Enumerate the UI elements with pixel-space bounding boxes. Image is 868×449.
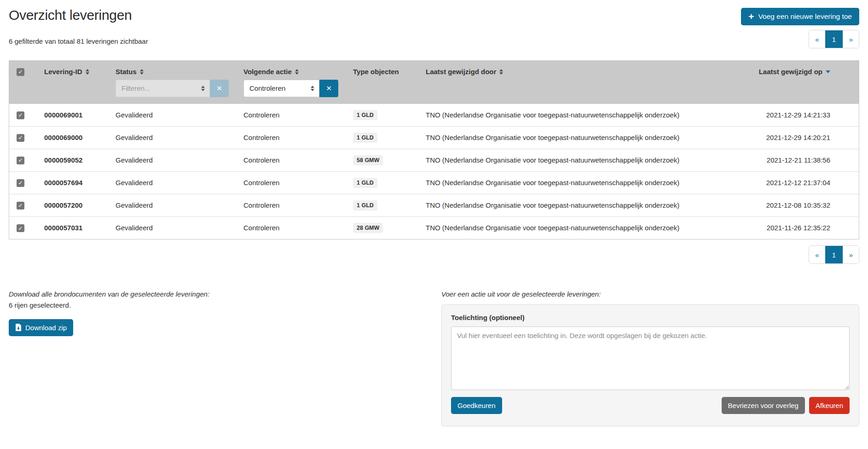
table-row: ✓ 0000057694 Gevalideerd Controleren 1 G… [9, 171, 859, 194]
toelichting-label: Toelichting (optioneel) [451, 314, 850, 321]
pagination-prev-button[interactable]: « [809, 30, 825, 48]
cell-gewijzigd-op: 2021-12-12 21:37:04 [707, 171, 859, 194]
top-bar: Overzicht leveringen + Voeg een nieuwe l… [9, 0, 859, 25]
sort-icon [86, 69, 89, 75]
pagination-top: « 1 » [809, 30, 859, 48]
sort-icon [499, 69, 503, 75]
cell-levering-id: 0000069000 [37, 126, 108, 149]
row-checkbox[interactable]: ✓ [17, 134, 24, 142]
cell-volgende-actie: Controleren [236, 104, 346, 126]
volgende-actie-filter-cell: Controleren ✕ [236, 77, 346, 104]
header-levering-id-label: Levering-ID [44, 68, 82, 76]
bottom-pagination-row: « 1 » [9, 245, 859, 264]
filter-summary: 6 gefilterde van totaal 81 leveringen zi… [9, 37, 148, 48]
download-zip-button-label: Download zip [25, 324, 67, 332]
add-delivery-button[interactable]: + Voeg een nieuwe levering toe [741, 8, 859, 25]
status-filter-clear-button[interactable]: ✕ [210, 80, 229, 97]
row-checkbox[interactable]: ✓ [17, 179, 24, 187]
header-levering-id[interactable]: Levering-ID [37, 61, 108, 77]
table-body: ✓ 0000069001 Gevalideerd Controleren 1 G… [9, 104, 859, 239]
header-volgende-actie[interactable]: Volgende actie [236, 61, 346, 77]
row-checkbox[interactable]: ✓ [17, 111, 24, 119]
cell-volgende-actie: Controleren [236, 126, 346, 149]
deliveries-table: ✓ Levering-ID Status Volgende actie Type… [9, 60, 859, 239]
cell-levering-id: 0000057694 [37, 171, 108, 194]
cell-status: Gevalideerd [108, 171, 236, 194]
type-objecten-badge: 28 GMW [353, 223, 383, 233]
cell-gewijzigd-op: 2021-11-26 12:35:22 [707, 216, 859, 239]
cell-volgende-actie: Controleren [236, 171, 346, 194]
add-delivery-button-label: Voeg een nieuwe levering toe [758, 12, 852, 21]
header-laatst-gewijzigd-door-label: Laatst gewijzigd door [426, 68, 496, 76]
freeze-button[interactable]: Bevriezen voor overleg [722, 397, 805, 414]
table-row: ✓ 0000057031 Gevalideerd Controleren 28 … [9, 216, 859, 239]
download-instruction: Download alle brondocumenten van de gese… [9, 290, 428, 298]
toelichting-textarea[interactable] [451, 327, 850, 390]
header-laatst-gewijzigd-door[interactable]: Laatst gewijzigd door [418, 61, 707, 77]
action-panel: Toelichting (optioneel) Goedkeuren Bevri… [441, 304, 859, 426]
volgende-actie-filter-clear-button[interactable]: ✕ [319, 80, 338, 97]
sort-icon [140, 69, 144, 75]
type-objecten-badge: 1 GLD [353, 200, 377, 210]
pagination-page-1-button[interactable]: 1 [825, 246, 843, 263]
cell-gewijzigd-op: 2021-12-21 11:38:56 [707, 149, 859, 171]
select-caret-icon [201, 86, 205, 91]
row-checkbox[interactable]: ✓ [17, 224, 24, 232]
cell-gewijzigd-door: TNO (Nederlandse Organisatie voor toegep… [418, 104, 707, 126]
pagination-next-button[interactable]: » [843, 246, 859, 263]
cell-status: Gevalideerd [108, 149, 236, 171]
action-section: Voer een actie uit voor de geselecteerde… [441, 290, 859, 426]
sort-desc-icon [826, 70, 830, 73]
cell-volgende-actie: Controleren [236, 216, 346, 239]
header-volgende-actie-label: Volgende actie [243, 68, 292, 76]
pagination-prev-button[interactable]: « [809, 246, 825, 263]
cell-gewijzigd-door: TNO (Nederlandse Organisatie voor toegep… [418, 216, 707, 239]
cell-volgende-actie: Controleren [236, 149, 346, 171]
type-objecten-badge: 1 GLD [353, 110, 377, 120]
select-all-checkbox[interactable]: ✓ [17, 68, 24, 76]
pagination-page-1-button[interactable]: 1 [825, 30, 843, 48]
volgende-actie-filter-value: Controleren [249, 84, 285, 92]
row-checkbox[interactable]: ✓ [17, 157, 24, 164]
header-type-objecten-label: Type objecten [353, 68, 399, 76]
cell-gewijzigd-door: TNO (Nederlandse Organisatie voor toegep… [418, 171, 707, 194]
row-checkbox[interactable]: ✓ [17, 202, 24, 210]
cell-status: Gevalideerd [108, 216, 236, 239]
select-all-header: ✓ [9, 61, 37, 77]
cell-levering-id: 0000057031 [37, 216, 108, 239]
meta-row: 6 gefilterde van totaal 81 leveringen zi… [9, 30, 859, 48]
download-zip-icon [15, 324, 22, 332]
header-status[interactable]: Status [108, 61, 236, 77]
status-filter-select[interactable]: Filteren... [116, 80, 210, 97]
table-row: ✓ 0000057200 Gevalideerd Controleren 1 G… [9, 194, 859, 216]
table-row: ✓ 0000069000 Gevalideerd Controleren 1 G… [9, 126, 859, 149]
download-section: Download alle brondocumenten van de gese… [9, 290, 441, 336]
cell-gewijzigd-door: TNO (Nederlandse Organisatie voor toegep… [418, 194, 707, 216]
plus-icon: + [748, 12, 754, 21]
type-objecten-badge: 1 GLD [353, 133, 377, 143]
selected-count: 6 rijen geselecteerd. [9, 301, 428, 309]
cell-levering-id: 0000059052 [37, 149, 108, 171]
action-instruction: Voer een actie uit voor de geselecteerde… [441, 290, 859, 298]
cell-status: Gevalideerd [108, 126, 236, 149]
status-filter-cell: Filteren... ✕ [108, 77, 236, 104]
type-objecten-badge: 1 GLD [353, 178, 377, 188]
reject-button[interactable]: Afkeuren [809, 397, 850, 414]
download-zip-button[interactable]: Download zip [9, 319, 73, 336]
cell-status: Gevalideerd [108, 194, 236, 216]
table-row: ✓ 0000059052 Gevalideerd Controleren 58 … [9, 149, 859, 171]
pagination-bottom: « 1 » [809, 245, 859, 264]
approve-button[interactable]: Goedkeuren [451, 397, 502, 414]
cell-gewijzigd-door: TNO (Nederlandse Organisatie voor toegep… [418, 126, 707, 149]
cell-gewijzigd-op: 2021-12-08 10:35:32 [707, 194, 859, 216]
action-buttons-row: Goedkeuren Bevriezen voor overleg Afkeur… [451, 397, 850, 414]
cell-gewijzigd-op: 2021-12-29 14:20:21 [707, 126, 859, 149]
header-type-objecten: Type objecten [346, 61, 418, 77]
cell-status: Gevalideerd [108, 104, 236, 126]
lower-section: Download alle brondocumenten van de gese… [9, 290, 859, 426]
pagination-next-button[interactable]: » [843, 30, 859, 48]
header-laatst-gewijzigd-op[interactable]: Laatst gewijzigd op [707, 61, 859, 77]
table-row: ✓ 0000069001 Gevalideerd Controleren 1 G… [9, 104, 859, 126]
volgende-actie-filter-select[interactable]: Controleren [243, 80, 319, 97]
cell-gewijzigd-op: 2021-12-29 14:21:33 [707, 104, 859, 126]
